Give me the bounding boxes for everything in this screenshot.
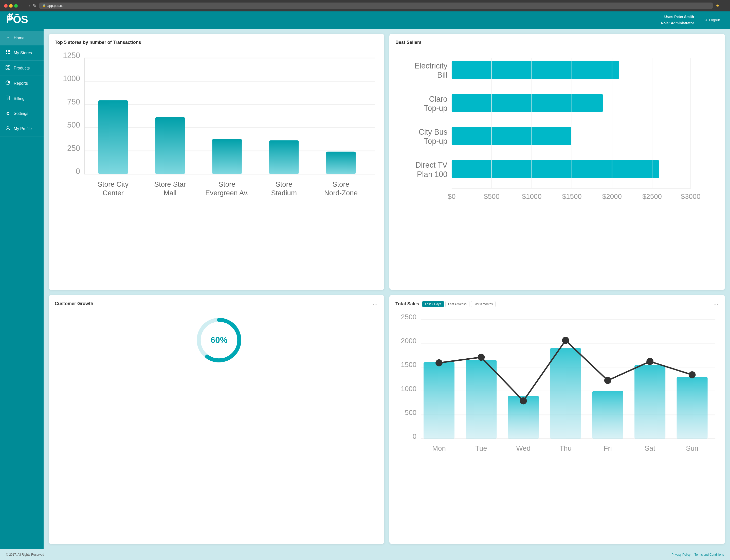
logo: PŌS — [6, 13, 29, 27]
svg-rect-11 — [8, 65, 10, 67]
svg-text:Store Star: Store Star — [154, 180, 186, 188]
svg-text:0: 0 — [76, 167, 80, 176]
dot-yellow[interactable] — [9, 4, 13, 8]
donut-wrapper: 60% — [194, 315, 239, 360]
sidebar-item-my-stores[interactable]: My Stores — [0, 45, 44, 61]
svg-text:Tue: Tue — [475, 444, 487, 452]
svg-text:Top-up: Top-up — [424, 137, 447, 146]
svg-rect-33 — [98, 100, 128, 174]
browser-url[interactable]: 🔒 app.pos.com — [39, 3, 713, 9]
sidebar-item-my-profile[interactable]: My Profile — [0, 121, 44, 136]
sidebar-item-reports[interactable]: Reports — [0, 76, 44, 91]
back-button[interactable]: ← — [21, 4, 25, 8]
svg-text:Mon: Mon — [432, 444, 446, 452]
svg-point-102 — [689, 371, 696, 378]
total-sales-menu[interactable]: ⋯ — [713, 301, 719, 307]
top5-chart: 0 250 500 750 1000 1250 — [55, 51, 378, 206]
svg-text:$3000: $3000 — [681, 193, 700, 200]
customer-growth-menu[interactable]: ⋯ — [372, 301, 378, 307]
my-stores-icon — [5, 50, 11, 56]
svg-point-100 — [604, 377, 611, 384]
svg-text:2000: 2000 — [401, 337, 417, 345]
svg-text:Center: Center — [103, 189, 124, 197]
dot-green[interactable] — [14, 4, 18, 8]
privacy-policy-link[interactable]: Privacy Policy — [671, 553, 690, 556]
svg-rect-12 — [6, 68, 7, 69]
sidebar-item-products[interactable]: Products — [0, 61, 44, 76]
svg-text:1250: 1250 — [63, 51, 80, 60]
tab-3months[interactable]: Last 3 Months — [471, 301, 495, 307]
sidebar-label-reports: Reports — [14, 81, 28, 86]
svg-text:Fri: Fri — [604, 444, 612, 452]
sidebar-item-home[interactable]: ⌂ Home — [0, 31, 44, 45]
billing-icon — [5, 96, 11, 101]
donut-chart: 60% — [194, 315, 244, 365]
svg-text:Direct TV: Direct TV — [415, 161, 448, 169]
forward-button[interactable]: → — [27, 4, 31, 8]
svg-text:2500: 2500 — [401, 313, 417, 321]
svg-rect-89 — [423, 362, 454, 439]
terms-link[interactable]: Terms and Conditions — [694, 553, 724, 556]
footer: © 2017. All Rights Reserved Privacy Poli… — [0, 549, 730, 560]
my-profile-icon — [5, 126, 11, 132]
top5-header: Top 5 stores by number of Transactions ⋯ — [55, 40, 378, 46]
svg-text:60%: 60% — [211, 335, 228, 345]
svg-text:Sun: Sun — [686, 444, 698, 452]
svg-rect-56 — [452, 127, 571, 145]
top5-stores-card: Top 5 stores by number of Transactions ⋯… — [49, 34, 384, 290]
sidebar-label-products: Products — [14, 66, 30, 71]
tab-7days[interactable]: Last 7 Days — [422, 301, 444, 307]
lock-icon: 🔒 — [42, 4, 46, 7]
best-sellers-card: Best Sellers ⋯ Electricity Bill Claro To… — [389, 34, 725, 290]
sidebar-item-settings[interactable]: ⚙ Settings — [0, 106, 44, 121]
refresh-button[interactable]: ↻ — [33, 3, 36, 8]
donut-container: 60% — [55, 312, 378, 363]
svg-rect-92 — [550, 348, 581, 439]
svg-point-97 — [478, 354, 485, 361]
best-sellers-menu[interactable]: ⋯ — [713, 40, 719, 46]
svg-text:Electricity: Electricity — [414, 61, 448, 70]
browser-actions: ★ ⋮ — [716, 3, 726, 8]
logout-button[interactable]: ↪ Logout — [700, 16, 724, 24]
tab-4weeks[interactable]: Last 4 Weeks — [445, 301, 469, 307]
top5-title: Top 5 stores by number of Transactions — [55, 40, 141, 45]
role-name: Administrator — [671, 21, 694, 25]
star-icon[interactable]: ★ — [716, 3, 719, 8]
svg-point-101 — [646, 358, 653, 365]
app-body: ⌂ Home My Stores Products Reports Bill — [0, 29, 730, 549]
svg-text:Sat: Sat — [645, 444, 655, 452]
reports-icon — [5, 80, 11, 86]
sidebar-label-my-profile: My Profile — [14, 127, 32, 131]
app-header: PŌS User: Peter Smith Role: Administrato… — [0, 11, 730, 29]
svg-text:750: 750 — [67, 97, 80, 106]
svg-text:Plan 100: Plan 100 — [417, 170, 447, 179]
svg-rect-13 — [8, 68, 10, 69]
svg-rect-59 — [452, 160, 659, 178]
svg-rect-10 — [6, 65, 7, 67]
dot-red[interactable] — [4, 4, 8, 8]
customer-growth-header: Customer Growth ⋯ — [55, 301, 378, 307]
user-label: User: — [664, 15, 673, 19]
svg-text:500: 500 — [405, 409, 416, 416]
menu-icon[interactable]: ⋮ — [722, 3, 726, 8]
svg-rect-94 — [634, 365, 665, 439]
svg-rect-90 — [466, 360, 496, 439]
top5-menu[interactable]: ⋯ — [372, 40, 378, 46]
svg-text:Bill: Bill — [437, 71, 448, 79]
sidebar-label-my-stores: My Stores — [14, 51, 32, 55]
home-icon: ⌂ — [5, 35, 11, 41]
svg-point-19 — [7, 127, 9, 129]
best-sellers-header: Best Sellers ⋯ — [395, 40, 719, 46]
total-sales-title-row: Total Sales Last 7 Days Last 4 Weeks Las… — [395, 301, 495, 307]
main-content: Top 5 stores by number of Transactions ⋯… — [44, 29, 730, 549]
total-sales-chart: 0 500 1000 1500 2000 2500 — [395, 312, 719, 467]
svg-text:$500: $500 — [484, 193, 499, 200]
browser-nav: ← → ↻ — [21, 3, 36, 8]
svg-rect-95 — [677, 377, 708, 439]
sidebar-item-billing[interactable]: Billing — [0, 91, 44, 106]
browser-dots — [4, 4, 18, 8]
svg-text:Evergreen Av.: Evergreen Av. — [205, 189, 249, 197]
logout-label: Logout — [709, 18, 720, 22]
customer-growth-card: Customer Growth ⋯ 60% — [49, 295, 384, 544]
url-text: app.pos.com — [47, 4, 66, 8]
